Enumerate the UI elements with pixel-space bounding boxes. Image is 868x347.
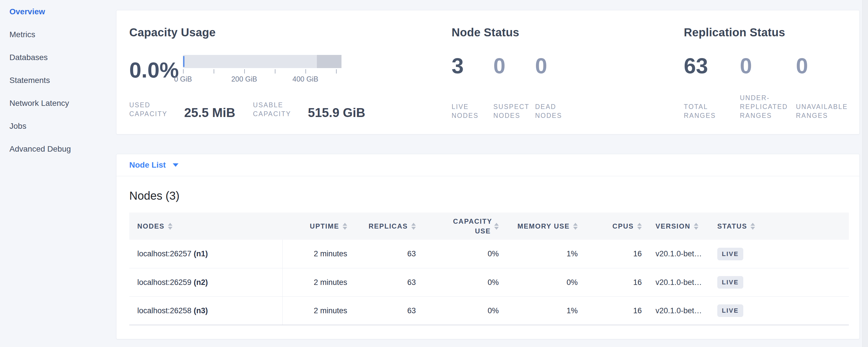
usable-capacity-label: USABLE CAPACITY [253, 101, 302, 119]
total-ranges-count: 63 [684, 55, 740, 77]
sort-icon[interactable] [411, 223, 416, 230]
capacity-axis-ticks [183, 69, 341, 74]
capacity-bar-chart: 0 GiB 200 GiB 400 GiB [183, 55, 341, 85]
sidebar-item-metrics[interactable]: Metrics [0, 23, 116, 46]
column-header-cpus[interactable]: CPUS [583, 213, 648, 240]
column-header-capacity-use[interactable]: CAPACITY USE [422, 213, 504, 240]
sidebar-item-overview[interactable]: Overview [0, 0, 116, 23]
sidebar-item-jobs[interactable]: Jobs [0, 115, 116, 137]
nodes-table: NODES UPTIME REPLICAS CAPACITY USE MEMOR… [129, 213, 849, 325]
capacity-usage-section: Capacity Usage 0.0% 0 GiB 200 [129, 26, 452, 134]
sort-icon[interactable] [573, 223, 578, 230]
dead-nodes-label: DEAD NODES [535, 102, 570, 120]
status-cell: LIVE [712, 297, 849, 325]
replication-status-section: Replication Status 63 TOTAL RANGES 0 UND… [684, 26, 860, 134]
node-status-section: Node Status 3 LIVE NODES 0 SUSPECT NODES… [452, 26, 684, 134]
node-address-cell[interactable]: localhost:26259 (n2) [129, 268, 283, 296]
suspect-nodes-count: 0 [493, 55, 535, 77]
capacity-bar-other-segment [317, 55, 341, 68]
status-badge: LIVE [717, 248, 743, 260]
cpus-cell: 16 [583, 240, 648, 268]
table-row-n1[interactable]: localhost:26257 (n1) 2 minutes 63 0% 1% … [129, 240, 849, 268]
dead-nodes-count: 0 [535, 55, 577, 77]
replication-status-title: Replication Status [684, 26, 860, 39]
nodes-count-heading: Nodes (3) [129, 189, 860, 202]
node-list-card: Node List Nodes (3) NODES UPTIME REPLICA… [116, 154, 860, 339]
nodes-table-header-row: NODES UPTIME REPLICAS CAPACITY USE MEMOR… [129, 213, 849, 240]
uptime-cell: 2 minutes [283, 268, 353, 296]
node-id: (n3) [194, 306, 208, 315]
used-capacity-value: 25.5 MiB [184, 105, 236, 120]
column-header-nodes[interactable]: NODES [129, 213, 283, 240]
node-id: (n2) [194, 278, 208, 287]
memory-use-cell: 1% [504, 297, 583, 325]
sidebar: Overview Metrics Databases Statements Ne… [0, 0, 116, 160]
live-nodes-label: LIVE NODES [452, 102, 487, 120]
capacity-bar-track [183, 55, 341, 68]
node-address-cell[interactable]: localhost:26258 (n3) [129, 297, 283, 325]
page-scrollbar[interactable] [862, 0, 868, 347]
node-list-dropdown-label: Node List [129, 160, 166, 170]
column-header-memory-use[interactable]: MEMORY USE [504, 213, 583, 240]
status-badge: LIVE [717, 276, 743, 289]
column-header-status[interactable]: STATUS [712, 213, 849, 240]
sort-icon[interactable] [494, 223, 499, 230]
axis-label-0gib: 0 GiB [174, 75, 192, 83]
cpus-cell: 16 [583, 297, 648, 325]
capacity-usage-title: Capacity Usage [129, 26, 452, 39]
table-row-n3[interactable]: localhost:26258 (n3) 2 minutes 63 0% 1% … [129, 296, 849, 325]
column-header-replicas[interactable]: REPLICAS [353, 213, 422, 240]
capacity-bar-used-segment [183, 56, 184, 67]
capacity-use-cell: 0% [422, 240, 504, 268]
under-replicated-ranges-count: 0 [740, 55, 796, 77]
sidebar-item-statements[interactable]: Statements [0, 69, 116, 92]
sort-icon[interactable] [694, 223, 699, 230]
unavailable-ranges-label: UNAVAILABLE RANGES [796, 102, 852, 120]
version-cell: v20.1.0-bet… [648, 268, 712, 296]
replicas-cell: 63 [353, 240, 422, 268]
sidebar-item-advanced-debug[interactable]: Advanced Debug [0, 137, 116, 160]
uptime-cell: 2 minutes [283, 297, 353, 325]
memory-use-cell: 1% [504, 240, 583, 268]
column-header-uptime[interactable]: UPTIME [283, 213, 353, 240]
node-status-title: Node Status [452, 26, 684, 39]
node-address-cell[interactable]: localhost:26257 (n1) [129, 240, 283, 268]
live-nodes-count: 3 [452, 55, 493, 77]
chevron-down-icon [173, 163, 179, 167]
axis-label-200gib: 200 GiB [231, 75, 257, 83]
cluster-summary-card: Capacity Usage 0.0% 0 GiB 200 [116, 10, 860, 134]
node-list-view-dropdown[interactable]: Node List [116, 154, 860, 176]
replicas-cell: 63 [353, 268, 422, 296]
sidebar-item-network-latency[interactable]: Network Latency [0, 92, 116, 115]
sort-icon[interactable] [168, 223, 173, 230]
status-cell: LIVE [712, 268, 849, 296]
sort-icon[interactable] [637, 223, 642, 230]
capacity-use-cell: 0% [422, 268, 504, 296]
sort-icon[interactable] [343, 223, 347, 230]
uptime-cell: 2 minutes [283, 240, 353, 268]
capacity-use-cell: 0% [422, 297, 504, 325]
version-cell: v20.1.0-bet… [648, 240, 712, 268]
column-header-version[interactable]: VERSION [648, 213, 712, 240]
cpus-cell: 16 [583, 268, 648, 296]
unavailable-ranges-count: 0 [796, 55, 852, 77]
memory-use-cell: 0% [504, 268, 583, 296]
under-replicated-ranges-label: UNDER-REPLICATED RANGES [740, 94, 796, 120]
sort-icon[interactable] [750, 223, 755, 230]
axis-label-400gib: 400 GiB [292, 75, 318, 83]
replicas-cell: 63 [353, 297, 422, 325]
table-row-n2[interactable]: localhost:26259 (n2) 2 minutes 63 0% 0% … [129, 268, 849, 296]
version-cell: v20.1.0-bet… [648, 297, 712, 325]
status-cell: LIVE [712, 240, 849, 268]
used-capacity-label: USED CAPACITY [129, 101, 178, 119]
total-ranges-label: TOTAL RANGES [684, 102, 740, 120]
node-id: (n1) [194, 249, 208, 258]
usable-capacity-value: 515.9 GiB [308, 105, 366, 120]
status-badge: LIVE [717, 304, 743, 317]
sidebar-item-databases[interactable]: Databases [0, 46, 116, 69]
suspect-nodes-label: SUSPECT NODES [493, 102, 528, 120]
